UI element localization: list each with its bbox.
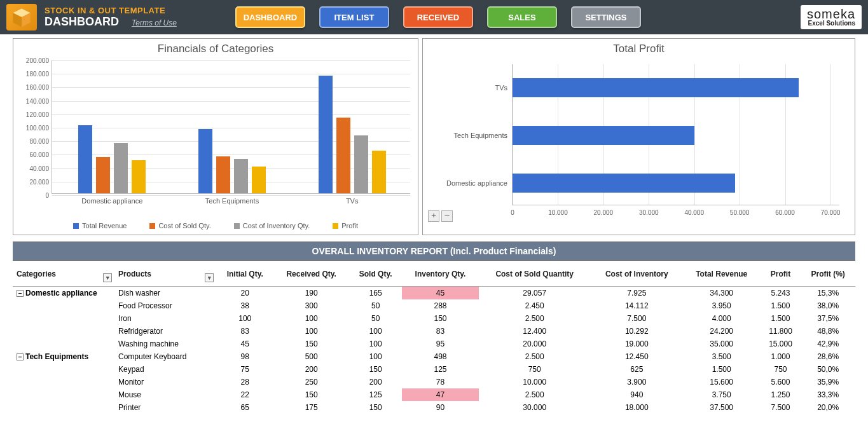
nav-sales-button[interactable]: SALES — [487, 6, 557, 28]
chart-bar — [336, 118, 350, 193]
filter-button-icon[interactable]: ▾ — [205, 273, 214, 282]
cell-product: Dish washer — [114, 287, 216, 300]
cell-category — [13, 388, 114, 401]
filter-button-icon[interactable]: ▾ — [103, 273, 112, 282]
y-axis-tick: 180.000 — [17, 71, 49, 78]
cell-sold: 50 — [349, 312, 402, 325]
x-axis-tick: 70.000 — [821, 209, 841, 216]
y-axis-tick: 60.000 — [17, 151, 49, 158]
cell-cost-sold: 10.000 — [479, 376, 591, 388]
cell-profit: 750 — [761, 363, 801, 376]
nav-itemlist-button[interactable]: ITEM LIST — [319, 6, 389, 28]
cell-profit: 7.500 — [761, 401, 801, 414]
cell-inventory: 47 — [402, 388, 478, 401]
x-axis-label: Tech Equipments — [194, 197, 270, 205]
hbar-plot-area: 010.00020.00030.00040.00050.00060.00070.… — [512, 64, 839, 205]
chart-bar — [252, 167, 266, 193]
table-row: –Tech EquipmentsComputer Keyboard9850010… — [13, 350, 855, 363]
cell-product: Mouse — [114, 388, 216, 401]
cell-profit: 1.500 — [761, 299, 801, 312]
legend-swatch-icon — [73, 223, 79, 229]
table-row: –Domestic applianceDish washer2019016545… — [13, 287, 855, 300]
col-received: Received Qty. — [273, 261, 348, 287]
cell-initial: 22 — [216, 388, 273, 401]
cell-sold: 100 — [349, 350, 402, 363]
cell-received: 175 — [273, 401, 348, 414]
y-axis-tick: 140.000 — [17, 97, 49, 104]
y-axis-tick: 20.000 — [17, 178, 49, 185]
chart-total-profit: Total Profit 010.00020.00030.00040.00050… — [422, 38, 855, 235]
cell-profit-pct: 28,6% — [801, 350, 855, 363]
cell-revenue: 3.950 — [683, 299, 761, 312]
cell-initial: 65 — [216, 401, 273, 414]
cell-inventory: 150 — [402, 312, 478, 325]
cell-cost-inv: 18.000 — [591, 401, 683, 414]
cell-revenue: 4.000 — [683, 312, 761, 325]
cell-profit-pct: 48,8% — [801, 325, 855, 338]
cell-cost-sold: 20.000 — [479, 338, 591, 350]
x-axis-label: Domestic appliance — [74, 197, 150, 205]
legend-swatch-icon — [333, 223, 338, 229]
col-cost-inv: Cost of Inventory — [591, 261, 683, 287]
terms-link[interactable]: Terms of Use — [132, 18, 177, 27]
expand-toggle-icon[interactable]: – — [17, 290, 24, 297]
cell-cost-sold: 2.500 — [479, 350, 591, 363]
chart-bar — [513, 174, 735, 193]
cell-cost-inv: 3.900 — [591, 376, 683, 388]
chart-bar — [513, 78, 799, 97]
cell-received: 250 — [273, 376, 348, 388]
cell-initial: 100 — [216, 312, 273, 325]
chart-bar — [354, 135, 368, 193]
cell-category — [13, 299, 114, 312]
chart-bar — [198, 129, 212, 193]
cell-profit-pct: 50,0% — [801, 363, 855, 376]
cell-product: Food Processor — [114, 299, 216, 312]
zoom-in-button[interactable]: + — [428, 210, 439, 222]
cell-inventory: 45 — [402, 287, 478, 300]
cell-profit-pct: 33,3% — [801, 388, 855, 401]
chart-bar — [114, 143, 128, 194]
cell-initial: 38 — [216, 299, 273, 312]
cell-sold: 150 — [349, 363, 402, 376]
expand-toggle-icon[interactable]: – — [17, 353, 24, 360]
cell-product: Printer — [114, 401, 216, 414]
nav-settings-button[interactable]: SETTINGS — [571, 6, 641, 28]
cell-cost-inv: 19.000 — [591, 338, 683, 350]
cell-revenue: 15.600 — [683, 376, 761, 388]
legend-swatch-icon — [149, 223, 155, 229]
cell-profit-pct: 15,3% — [801, 287, 855, 300]
cell-category — [13, 363, 114, 376]
cell-cost-sold: 12.400 — [479, 325, 591, 338]
cell-inventory: 498 — [402, 350, 478, 363]
cell-profit: 1.500 — [761, 312, 801, 325]
cell-cost-inv: 10.292 — [591, 325, 683, 338]
cell-product: Refridgerator — [114, 325, 216, 338]
cell-profit-pct: 20,0% — [801, 401, 855, 414]
cell-received: 150 — [273, 388, 348, 401]
template-name: STOCK IN & OUT TEMPLATE — [45, 6, 177, 15]
cell-profit: 11.800 — [761, 325, 801, 338]
zoom-out-button[interactable]: – — [441, 210, 453, 222]
table-row: Refridgerator831001008312.40010.29224.20… — [13, 325, 855, 338]
y-axis-tick: 0 — [17, 192, 49, 199]
inventory-table: Categories ▾ Products ▾ Initial Qty. Rec… — [13, 261, 855, 414]
col-revenue: Total Revenue — [683, 261, 761, 287]
table-header-row: Categories ▾ Products ▾ Initial Qty. Rec… — [13, 261, 855, 287]
cell-profit: 1.250 — [761, 388, 801, 401]
cell-inventory: 125 — [402, 363, 478, 376]
cell-cost-inv: 14.112 — [591, 299, 683, 312]
cell-initial: 28 — [216, 376, 273, 388]
cell-cost-sold: 2.450 — [479, 299, 591, 312]
cell-inventory: 78 — [402, 376, 478, 388]
brand-badge[interactable]: someka Excel Solutions — [801, 5, 862, 29]
nav-dashboard-button[interactable]: DASHBOARD — [235, 6, 305, 28]
chart-zoom-controls: + – — [428, 210, 453, 222]
bar-plot-area: 020.00040.00060.00080.000100.000120.0001… — [52, 60, 410, 194]
legend-item: Total Revenue — [73, 222, 127, 229]
cell-inventory: 83 — [402, 325, 478, 338]
nav-received-button[interactable]: RECEIVED — [403, 6, 473, 28]
col-sold: Sold Qty. — [349, 261, 402, 287]
cell-profit: 5.243 — [761, 287, 801, 300]
cell-category — [13, 338, 114, 350]
cell-received: 100 — [273, 325, 348, 338]
